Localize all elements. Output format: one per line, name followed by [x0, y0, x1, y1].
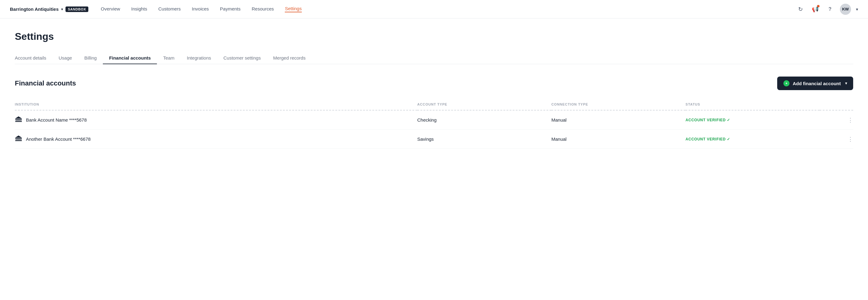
status-cell-1: ACCOUNT VERIFIED ✓ [685, 110, 819, 130]
tab-billing[interactable]: Billing [78, 52, 103, 64]
status-text-2: ACCOUNT VERIFIED [685, 137, 725, 141]
refresh-icon: ↻ [798, 6, 803, 13]
add-account-chevron-icon: ▾ [845, 81, 847, 86]
refresh-button[interactable]: ↻ [796, 4, 805, 14]
section-title: Financial accounts [15, 79, 76, 87]
account-type-1: Checking [417, 110, 551, 130]
tab-usage[interactable]: Usage [53, 52, 78, 64]
status-cell-2: ACCOUNT VERIFIED ✓ [685, 130, 819, 149]
financial-accounts-table: INSTITUTION ACCOUNT TYPE CONNECTION TYPE… [15, 100, 853, 149]
account-type-2: Savings [417, 130, 551, 149]
notifications-button[interactable]: 📢 [810, 4, 820, 14]
svg-rect-8 [15, 138, 22, 139]
ellipsis-icon-2: ⋮ [847, 136, 853, 143]
tab-merged-records[interactable]: Merged records [267, 52, 312, 64]
svg-rect-2 [16, 120, 17, 121]
col-header-connection-type: CONNECTION TYPE [551, 100, 685, 110]
institution-name-1: Bank Account Name ****5678 [26, 117, 87, 123]
bank-icon-1 [15, 116, 22, 124]
nav-links: Overview Insights Customers Invoices Pay… [101, 6, 796, 12]
add-account-label: Add financial account [793, 81, 841, 86]
checkmark-icon-1: ✓ [727, 118, 730, 122]
main-content: Settings Account details Usage Billing F… [0, 19, 868, 149]
svg-rect-14 [15, 140, 22, 141]
svg-rect-11 [18, 139, 19, 140]
table-row: Another Bank Account ****6678 Savings Ma… [15, 130, 853, 149]
tab-account-details[interactable]: Account details [15, 52, 53, 64]
svg-rect-7 [15, 121, 22, 122]
row-action-cell-1: ⋮ [819, 110, 853, 130]
svg-rect-3 [17, 120, 18, 121]
status-text-1: ACCOUNT VERIFIED [685, 118, 725, 122]
avatar-initials: KW [842, 7, 849, 11]
help-button[interactable]: ? [825, 4, 835, 14]
nav-payments[interactable]: Payments [220, 6, 241, 12]
connection-type-1: Manual [551, 110, 685, 130]
section-header: Financial accounts Add financial account… [15, 76, 853, 90]
svg-rect-5 [20, 120, 20, 121]
table-row: Bank Account Name ****5678 Checking Manu… [15, 110, 853, 130]
nav-overview[interactable]: Overview [101, 6, 120, 12]
page-title: Settings [15, 31, 853, 42]
add-financial-account-button[interactable]: Add financial account ▾ [777, 76, 853, 90]
circle-icon [784, 81, 788, 85]
nav-right: ↻ 📢 ? KW ▾ [796, 4, 858, 15]
tab-financial-accounts[interactable]: Financial accounts [103, 52, 157, 64]
svg-rect-12 [20, 139, 20, 140]
nav-settings[interactable]: Settings [285, 6, 302, 12]
row-menu-button-1[interactable]: ⋮ [819, 116, 853, 124]
connection-type-2: Manual [551, 130, 685, 149]
brand-chevron-icon: ▾ [61, 7, 63, 11]
svg-rect-4 [18, 120, 19, 121]
add-account-icon [783, 80, 789, 87]
brand-name: Barrington Antiquities [10, 6, 59, 12]
bank-icon-2 [15, 135, 22, 143]
svg-rect-9 [16, 139, 17, 140]
table-header: INSTITUTION ACCOUNT TYPE CONNECTION TYPE… [15, 100, 853, 110]
nav-invoices[interactable]: Invoices [192, 6, 209, 12]
svg-rect-10 [17, 139, 18, 140]
institution-cell-1: Bank Account Name ****5678 [15, 110, 417, 130]
brand[interactable]: Barrington Antiquities ▾ SANDBOX [10, 6, 88, 12]
svg-rect-13 [21, 139, 21, 140]
help-icon: ? [829, 6, 832, 12]
nav-customers[interactable]: Customers [158, 6, 181, 12]
tab-integrations[interactable]: Integrations [181, 52, 217, 64]
nav-insights[interactable]: Insights [131, 6, 147, 12]
row-action-cell-2: ⋮ [819, 130, 853, 149]
svg-rect-6 [21, 120, 21, 121]
col-header-account-type: ACCOUNT TYPE [417, 100, 551, 110]
ellipsis-icon-1: ⋮ [847, 116, 853, 124]
col-header-status: STATUS [685, 100, 819, 110]
nav-resources[interactable]: Resources [252, 6, 274, 12]
tab-customer-settings[interactable]: Customer settings [217, 52, 267, 64]
top-nav: Barrington Antiquities ▾ SANDBOX Overvie… [0, 0, 868, 19]
avatar-chevron-icon[interactable]: ▾ [856, 7, 858, 12]
status-badge-1: ACCOUNT VERIFIED ✓ [685, 118, 819, 122]
row-menu-button-2[interactable]: ⋮ [819, 136, 853, 143]
tab-team[interactable]: Team [157, 52, 181, 64]
svg-rect-1 [15, 119, 22, 120]
institution-cell-2: Another Bank Account ****6678 [15, 130, 417, 149]
col-header-institution: INSTITUTION [15, 100, 417, 110]
checkmark-icon-2: ✓ [727, 137, 730, 141]
sandbox-badge: SANDBOX [65, 6, 89, 12]
notification-dot [817, 5, 819, 7]
col-header-action [819, 100, 853, 110]
settings-tabs: Account details Usage Billing Financial … [15, 52, 853, 64]
avatar[interactable]: KW [840, 4, 851, 15]
status-badge-2: ACCOUNT VERIFIED ✓ [685, 137, 819, 141]
institution-name-2: Another Bank Account ****6678 [26, 136, 91, 142]
